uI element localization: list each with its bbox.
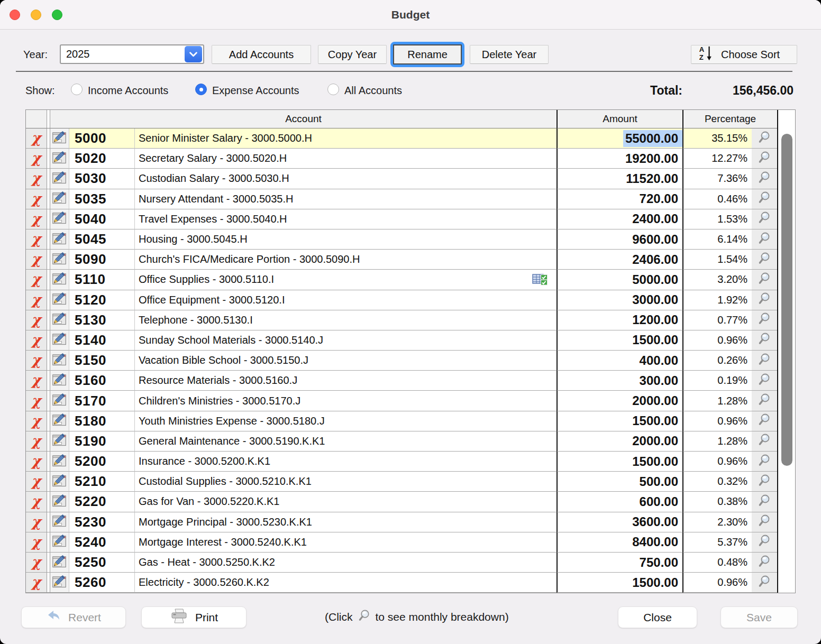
edit-row-button[interactable] <box>50 270 69 290</box>
account-number-cell[interactable]: 5250 <box>69 553 135 573</box>
edit-row-button[interactable] <box>50 411 69 431</box>
account-name-cell[interactable]: Senior Minister Salary - 3000.5000.H <box>135 128 557 149</box>
account-name-cell[interactable]: Office Supplies - 3000.5110.I <box>135 270 557 290</box>
account-name-cell[interactable]: Children's Ministries - 3000.5170.J <box>135 391 557 411</box>
amount-cell[interactable]: 750.00 <box>557 553 682 573</box>
account-number-cell[interactable]: 5090 <box>69 250 135 270</box>
account-number-cell[interactable]: 5035 <box>69 189 135 209</box>
account-name-cell[interactable]: Sunday School Materials - 3000.5140.J <box>135 330 557 351</box>
amount-cell[interactable]: 5000.00 <box>557 270 682 290</box>
monthly-breakdown-button[interactable] <box>752 573 777 592</box>
monthly-breakdown-button[interactable] <box>752 371 777 390</box>
monthly-breakdown-button[interactable] <box>752 452 777 471</box>
account-number-cell[interactable]: 5240 <box>69 532 135 553</box>
monthly-breakdown-button[interactable] <box>752 391 777 410</box>
account-name-cell[interactable]: Travel Expenses - 3000.5040.H <box>135 209 557 229</box>
edit-row-button[interactable] <box>50 189 69 209</box>
delete-row-button[interactable]: χ <box>26 351 47 371</box>
amount-cell[interactable]: 8400.00 <box>557 532 682 553</box>
delete-row-button[interactable]: χ <box>26 149 47 169</box>
edit-row-button[interactable] <box>50 512 69 532</box>
save-button[interactable]: Save <box>720 606 798 628</box>
delete-row-button[interactable]: χ <box>26 128 47 149</box>
account-name-cell[interactable]: Insurance - 3000.5200.K.K1 <box>135 452 557 472</box>
delete-row-button[interactable]: χ <box>26 573 47 593</box>
account-name-cell[interactable]: General Maintenance - 3000.5190.K.K1 <box>135 431 557 452</box>
account-name-cell[interactable]: Gas - Heat - 3000.5250.K.K2 <box>135 553 557 573</box>
delete-row-button[interactable]: χ <box>26 532 47 553</box>
delete-row-button[interactable]: χ <box>26 229 47 250</box>
account-number-cell[interactable]: 5210 <box>69 472 135 492</box>
monthly-breakdown-button[interactable] <box>752 209 777 229</box>
monthly-breakdown-button[interactable] <box>752 411 777 431</box>
account-name-cell[interactable]: Church's FICA/Medicare Portion - 3000.50… <box>135 250 557 270</box>
delete-row-button[interactable]: χ <box>26 290 47 310</box>
delete-row-button[interactable]: χ <box>26 250 47 270</box>
account-name-cell[interactable]: Office Equipment - 3000.5120.I <box>135 290 557 310</box>
account-number-cell[interactable]: 5150 <box>69 351 135 371</box>
account-number-cell[interactable]: 5020 <box>69 149 135 169</box>
monthly-breakdown-button[interactable] <box>752 431 777 451</box>
account-name-cell[interactable]: Custodial Supplies - 3000.5210.K.K1 <box>135 472 557 492</box>
account-number-cell[interactable]: 5040 <box>69 209 135 229</box>
account-number-cell[interactable]: 5260 <box>69 573 135 593</box>
account-number-cell[interactable]: 5190 <box>69 431 135 452</box>
account-name-cell[interactable]: Mortgage Principal - 3000.5230.K.K1 <box>135 512 557 532</box>
edit-row-button[interactable] <box>50 573 69 593</box>
edit-row-button[interactable] <box>50 472 69 492</box>
amount-cell[interactable]: 3600.00 <box>557 512 682 532</box>
delete-row-button[interactable]: χ <box>26 452 47 472</box>
edit-row-button[interactable] <box>50 492 69 512</box>
delete-row-button[interactable]: χ <box>26 270 47 290</box>
account-number-cell[interactable]: 5200 <box>69 452 135 472</box>
account-name-cell[interactable]: Resource Materials - 3000.5160.J <box>135 371 557 391</box>
amount-cell[interactable]: 1500.00 <box>557 573 682 593</box>
amount-cell[interactable]: 11520.00 <box>557 169 682 189</box>
edit-row-button[interactable] <box>50 149 69 169</box>
account-number-cell[interactable]: 5230 <box>69 512 135 532</box>
delete-row-button[interactable]: χ <box>26 553 47 573</box>
edit-row-button[interactable] <box>50 532 69 553</box>
account-number-cell[interactable]: 5000 <box>69 128 135 149</box>
amount-cell[interactable]: 2406.00 <box>557 250 682 270</box>
edit-row-button[interactable] <box>50 128 69 149</box>
amount-cell[interactable]: 2000.00 <box>557 391 682 411</box>
account-name-cell[interactable]: Secretary Salary - 3000.5020.H <box>135 149 557 169</box>
choose-sort-button[interactable]: A Z Choose Sort <box>691 45 797 64</box>
amount-cell[interactable]: 9600.00 <box>557 229 682 250</box>
account-name-cell[interactable]: Mortgage Interest - 3000.5240.K.K1 <box>135 532 557 553</box>
account-name-cell[interactable]: Housing - 3000.5045.H <box>135 229 557 250</box>
delete-row-button[interactable]: χ <box>26 371 47 391</box>
table-scrollbar[interactable] <box>777 110 795 593</box>
revert-button[interactable]: Revert <box>21 606 126 628</box>
delete-row-button[interactable]: χ <box>26 330 47 351</box>
delete-year-button[interactable]: Delete Year <box>470 45 549 64</box>
account-number-cell[interactable]: 5030 <box>69 169 135 189</box>
monthly-breakdown-button[interactable] <box>752 351 777 370</box>
amount-cell[interactable]: 2000.00 <box>557 431 682 452</box>
account-number-cell[interactable]: 5160 <box>69 371 135 391</box>
amount-cell[interactable]: 19200.00 <box>557 149 682 169</box>
monthly-breakdown-button[interactable] <box>752 270 777 289</box>
monthly-breakdown-button[interactable] <box>752 229 777 249</box>
amount-cell[interactable]: 2400.00 <box>557 209 682 229</box>
account-name-cell[interactable]: Youth Ministries Expense - 3000.5180.J <box>135 411 557 431</box>
edit-row-button[interactable] <box>50 371 69 391</box>
close-button[interactable]: Close <box>618 606 697 628</box>
monthly-breakdown-button[interactable] <box>752 149 777 168</box>
account-number-cell[interactable]: 5140 <box>69 330 135 351</box>
account-number-cell[interactable]: 5180 <box>69 411 135 431</box>
edit-row-button[interactable] <box>50 330 69 351</box>
monthly-breakdown-button[interactable] <box>752 553 777 572</box>
amount-cell[interactable]: 3000.00 <box>557 290 682 310</box>
radio-income-accounts[interactable] <box>71 84 83 95</box>
edit-row-button[interactable] <box>50 351 69 371</box>
amount-cell[interactable]: 300.00 <box>557 371 682 391</box>
edit-row-button[interactable] <box>50 391 69 411</box>
account-number-cell[interactable]: 5170 <box>69 391 135 411</box>
edit-row-button[interactable] <box>50 310 69 330</box>
radio-expense-accounts[interactable] <box>195 84 207 95</box>
amount-cell[interactable]: 720.00 <box>557 189 682 209</box>
account-number-cell[interactable]: 5120 <box>69 290 135 310</box>
account-number-cell[interactable]: 5045 <box>69 229 135 250</box>
